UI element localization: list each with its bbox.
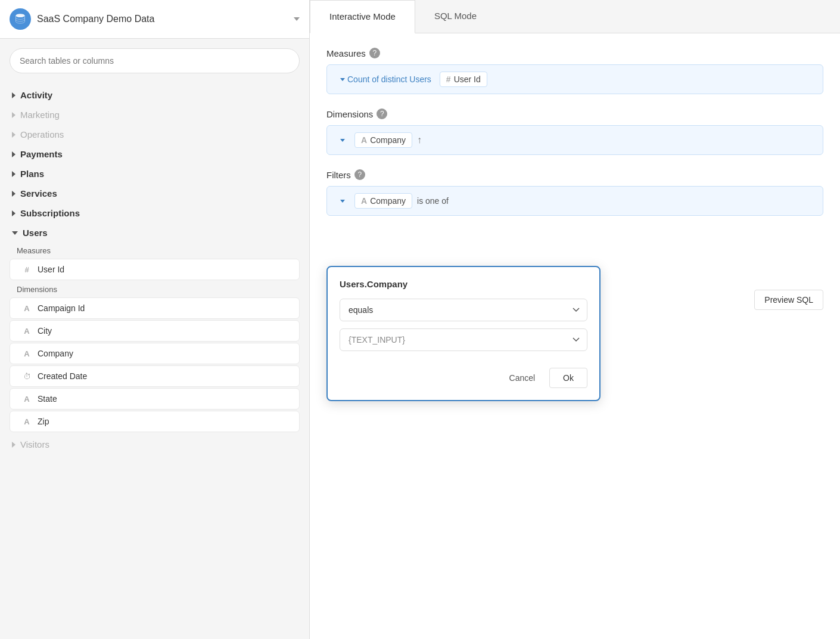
measure-chevron-icon: [340, 78, 345, 81]
chevron-down-icon: [12, 231, 18, 235]
clock-type-icon: ⏱: [22, 372, 32, 381]
chevron-right-icon: [12, 210, 15, 216]
sidebar-item-label: Subscriptions: [20, 208, 80, 218]
chevron-right-icon: [12, 171, 15, 177]
measure-field-label: User Id: [454, 75, 481, 84]
search-box: [0, 39, 309, 83]
tab-interactive[interactable]: Interactive Mode: [310, 0, 415, 33]
dimension-item-zip[interactable]: A Zip: [10, 411, 300, 432]
sidebar-item-label: Marketing: [20, 110, 60, 120]
dimension-chevron-icon: [340, 139, 345, 142]
right-panel: Interactive Mode SQL Mode Measures ? Cou…: [310, 0, 840, 639]
search-input[interactable]: [10, 48, 300, 73]
sidebar-item-subscriptions[interactable]: Subscriptions: [0, 203, 309, 223]
sidebar-item-label: Users: [23, 228, 48, 238]
sidebar-item-label: Services: [20, 188, 57, 198]
cancel-button[interactable]: Cancel: [501, 368, 544, 388]
dimensions-section-title: Dimensions ?: [326, 108, 823, 119]
chevron-right-icon: [12, 92, 15, 98]
dimension-item-label: City: [38, 326, 52, 336]
hash-type-icon: #: [22, 265, 32, 274]
filter-popup: Users.Company equals not equals contains…: [326, 266, 601, 401]
sidebar-item-activity[interactable]: Activity: [0, 85, 309, 105]
sidebar-item-plans[interactable]: Plans: [0, 164, 309, 184]
chevron-right-icon: [12, 151, 15, 157]
tabs-header: Interactive Mode SQL Mode: [310, 0, 840, 33]
popup-actions: Cancel Ok: [340, 368, 587, 388]
filter-chevron-icon: [340, 200, 345, 203]
db-icon: [10, 8, 31, 30]
sidebar-item-operations[interactable]: Operations: [0, 125, 309, 144]
dimension-item-label: Zip: [38, 417, 49, 426]
filter-dropdown-btn[interactable]: [335, 197, 350, 205]
a-type-icon: A: [22, 327, 32, 336]
measure-item-userid[interactable]: # User Id: [10, 259, 300, 280]
measure-label: Count of distinct Users: [347, 75, 431, 84]
preview-sql-button[interactable]: Preview SQL: [754, 290, 823, 310]
filters-section-title: Filters ?: [326, 169, 823, 180]
a-type-icon: A: [22, 395, 32, 404]
sidebar-item-label: Visitors: [20, 439, 49, 449]
dimension-item-label: Company: [38, 349, 73, 358]
popup-title: Users.Company: [340, 279, 587, 289]
a-type-icon: A: [22, 349, 32, 358]
dimension-item-campaignid[interactable]: A Campaign Id: [10, 297, 300, 319]
svg-point-0: [16, 14, 25, 17]
dimensions-help-icon[interactable]: ?: [377, 108, 387, 119]
sidebar-item-label: Payments: [20, 149, 63, 159]
a-type-icon: A: [22, 417, 32, 426]
tab-sql[interactable]: SQL Mode: [415, 0, 496, 33]
sort-up-icon[interactable]: ↑: [417, 135, 422, 145]
hash-icon: #: [446, 75, 451, 84]
sidebar-item-users[interactable]: Users: [0, 223, 309, 243]
left-panel: SaaS Company Demo Data Activity Marketin…: [0, 0, 310, 639]
sidebar-item-services[interactable]: Services: [0, 184, 309, 203]
dimension-item-state[interactable]: A State: [10, 388, 300, 410]
filter-condition: is one of: [417, 196, 449, 206]
measure-item-label: User Id: [38, 265, 64, 274]
dimension-item-label: State: [38, 394, 57, 404]
db-header[interactable]: SaaS Company Demo Data: [0, 0, 309, 39]
dimension-item-company[interactable]: A Company: [10, 343, 300, 364]
measures-help-icon[interactable]: ?: [369, 48, 380, 58]
sidebar-item-label: Plans: [20, 169, 44, 179]
filter-field-pill[interactable]: A Company: [354, 193, 412, 209]
db-dropdown-icon: [294, 17, 300, 21]
chevron-right-icon: [12, 191, 15, 197]
sidebar-item-visitors[interactable]: Visitors: [0, 435, 309, 454]
operator-select[interactable]: equals not equals contains does not cont…: [340, 299, 587, 321]
sidebar-item-label: Activity: [20, 90, 52, 100]
measure-tag: Count of distinct Users # User Id: [335, 72, 487, 87]
measure-field-pill[interactable]: # User Id: [440, 72, 487, 87]
value-select[interactable]: {TEXT_INPUT}: [340, 328, 587, 351]
dimension-field-pill[interactable]: A Company: [354, 132, 412, 148]
sidebar-item-marketing[interactable]: Marketing: [0, 105, 309, 125]
measure-dropdown-btn[interactable]: Count of distinct Users: [335, 72, 436, 86]
dimension-item-createddate[interactable]: ⏱ Created Date: [10, 365, 300, 387]
dimension-item-city[interactable]: A City: [10, 320, 300, 342]
right-content: Measures ? Count of distinct Users # Use…: [310, 33, 840, 639]
dimension-field-label: Company: [370, 135, 406, 145]
measures-section-title: Measures ?: [326, 48, 823, 58]
chevron-right-icon: [12, 132, 15, 138]
dimension-dropdown-btn[interactable]: [335, 137, 350, 144]
filters-box: A Company is one of: [326, 186, 823, 216]
measures-section-label: Measures: [0, 243, 309, 258]
a-type-icon: A: [22, 304, 32, 313]
a-type-icon: A: [361, 135, 367, 145]
nav-list: Activity Marketing Operations Payments P…: [0, 83, 309, 639]
sidebar-item-payments[interactable]: Payments: [0, 144, 309, 164]
sidebar-item-label: Operations: [20, 129, 64, 139]
chevron-right-icon: [12, 442, 15, 448]
chevron-right-icon: [12, 112, 15, 118]
measures-box: Count of distinct Users # User Id: [326, 64, 823, 94]
dimension-item-label: Created Date: [38, 371, 87, 381]
dimension-item-label: Campaign Id: [38, 303, 85, 313]
dimensions-section-label: Dimensions: [0, 281, 309, 296]
filter-field-label: Company: [370, 196, 406, 206]
dimensions-box: A Company ↑: [326, 125, 823, 155]
db-title: SaaS Company Demo Data: [37, 14, 288, 24]
filters-help-icon[interactable]: ?: [354, 169, 365, 180]
a-type-icon: A: [361, 196, 367, 206]
ok-button[interactable]: Ok: [549, 368, 587, 388]
